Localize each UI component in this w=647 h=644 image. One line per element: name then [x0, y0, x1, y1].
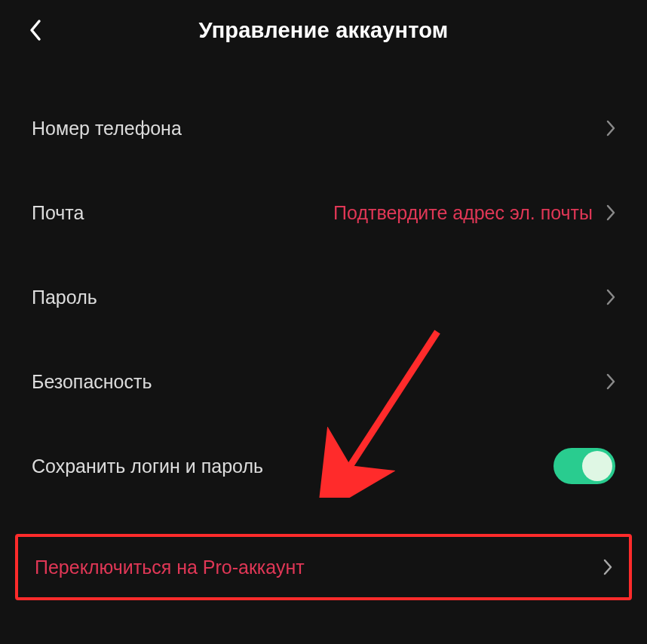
row-label: Пароль [32, 287, 97, 308]
chevron-right-icon [606, 373, 615, 390]
row-right [606, 120, 615, 136]
row-save-login: Сохранить логин и пароль [0, 424, 647, 508]
row-label: Сохранить логин и пароль [32, 455, 263, 477]
page-title: Управление аккаунтом [15, 18, 632, 43]
chevron-left-icon [29, 19, 41, 41]
row-password[interactable]: Пароль [0, 255, 647, 339]
row-right [606, 373, 615, 390]
row-label: Номер телефона [32, 118, 182, 140]
row-switch-pro[interactable]: Переключиться на Pro-аккаунт [15, 534, 632, 600]
row-right [606, 289, 615, 305]
settings-list: Номер телефона Почта Подтвердите адрес э… [0, 86, 647, 508]
toggle-knob [582, 451, 612, 481]
row-label: Переключиться на Pro-аккаунт [35, 557, 305, 578]
row-security[interactable]: Безопасность [0, 339, 647, 424]
account-management-screen: Управление аккаунтом Номер телефона Почт… [0, 0, 647, 644]
chevron-right-icon [606, 120, 615, 136]
row-label: Почта [32, 202, 84, 224]
chevron-right-icon [603, 559, 612, 575]
row-right [553, 448, 615, 484]
row-label: Безопасность [32, 371, 152, 393]
row-phone[interactable]: Номер телефона [0, 86, 647, 170]
row-right: Подтвердите адрес эл. почты [333, 202, 615, 224]
row-value: Подтвердите адрес эл. почты [333, 202, 593, 224]
back-button[interactable] [20, 15, 50, 45]
row-email[interactable]: Почта Подтвердите адрес эл. почты [0, 170, 647, 255]
header: Управление аккаунтом [0, 0, 647, 60]
chevron-right-icon [606, 204, 615, 221]
chevron-right-icon [606, 289, 615, 305]
save-login-toggle[interactable] [553, 448, 615, 484]
